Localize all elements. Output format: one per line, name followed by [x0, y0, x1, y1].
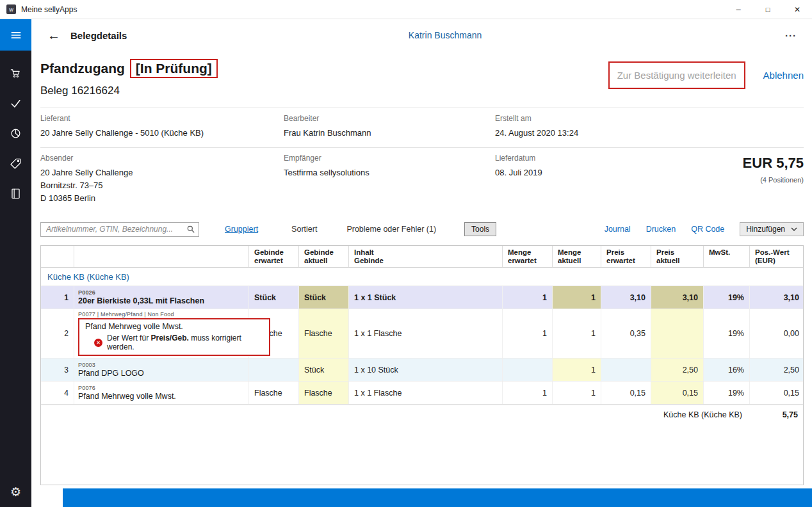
row-number: 4	[41, 382, 74, 404]
group-header[interactable]: Küche KB (Küche KB)	[41, 268, 803, 286]
back-button[interactable]: ←	[47, 29, 60, 42]
sidebar-item-reports[interactable]	[0, 118, 31, 149]
page-title: Belegdetails	[70, 30, 127, 41]
empfaenger-value: Testfirma sellysolutions	[284, 166, 495, 179]
bearbeiter-value: Frau Katrin Buschmann	[284, 127, 495, 140]
article-cell: P0076Pfand Mehrweg volle Mwst.	[74, 382, 249, 404]
magnifier-icon[interactable]	[186, 225, 195, 234]
lieferdatum-value: 08. Juli 2019	[495, 166, 663, 179]
article-name: Pfand Mehrweg volle Mwst.	[78, 392, 176, 401]
erstellt-label: Erstellt am	[495, 114, 663, 123]
column-header	[74, 246, 249, 267]
cell-menge-erwartet	[503, 358, 553, 381]
cell-mwst: 19%	[704, 382, 750, 404]
sidebar-item-cart[interactable]	[0, 58, 31, 88]
cell-preis-aktuell[interactable]: 3,10	[651, 286, 704, 309]
cell-preis-aktuell[interactable]: 2,50	[651, 358, 704, 381]
sidebar-item-settings[interactable]: ⚙	[0, 479, 31, 504]
erstellt-value: 24. August 2020 13:24	[495, 127, 663, 140]
article-cell: P0003Pfand DPG LOGO	[74, 358, 249, 381]
cell-menge-aktuell: 1	[553, 382, 601, 404]
row-number: 3	[41, 358, 74, 381]
error-annotation-box: Pfand Mehrweg volle Mwst.✕Der Wert für P…	[78, 318, 270, 356]
article-code: P0003	[78, 362, 95, 368]
table-row[interactable]: 3P0003Pfand DPG LOGOStück1 x 10 Stück12,…	[41, 358, 803, 382]
forward-button[interactable]: Zur Bestätigung weiterleiten	[608, 61, 745, 89]
cell-gebinde-erwartet: Stück	[249, 286, 299, 309]
qr-code-link[interactable]: QR Code	[691, 225, 724, 234]
menu-button[interactable]	[0, 19, 31, 51]
minimize-button[interactable]: –	[724, 0, 753, 19]
cell-preis-erwartet: 3,10	[601, 286, 651, 309]
search-input[interactable]	[40, 222, 199, 237]
column-header: Menge aktuell	[553, 246, 601, 267]
cell-menge-erwartet: 1	[503, 382, 553, 404]
cell-gebinde-aktuell[interactable]: Stück	[299, 286, 349, 309]
tools-button[interactable]: Tools	[464, 222, 496, 236]
cell-preis-aktuell[interactable]: 0,15	[651, 382, 704, 404]
cell-menge-aktuell[interactable]: 1	[553, 286, 601, 309]
cell-menge-aktuell[interactable]: 1	[553, 358, 601, 381]
cell-gebinde-erwartet: Flasche	[249, 382, 299, 404]
journal-icon	[10, 188, 22, 200]
filter-sortiert[interactable]: Sortiert	[291, 225, 317, 234]
hamburger-icon	[10, 29, 22, 42]
window-titlebar: w Meine sellyApps – □ ✕	[0, 0, 812, 19]
article-code: P0026	[78, 289, 95, 296]
cell-pos-wert: 2,50	[750, 358, 804, 381]
journal-link[interactable]: Journal	[605, 225, 631, 234]
main-panel: Pfandzugang [In Prüfung] Beleg 16216624 …	[31, 51, 812, 485]
sidebar-item-journal[interactable]	[0, 179, 31, 209]
cell-preis-erwartet	[601, 358, 651, 381]
status-badge: [In Prüfung]	[130, 59, 218, 78]
table-row[interactable]: 1P002620er Bierkiste 0,33L mit FlaschenS…	[41, 286, 803, 309]
total-amount: EUR 5,75	[663, 155, 804, 172]
table-row[interactable]: 4P0076Pfand Mehrweg volle Mwst.FlascheFl…	[41, 382, 803, 405]
page: { "colors": { "accent_blue": "#0f6cbd", …	[0, 0, 812, 507]
cell-menge-erwartet: 1	[503, 286, 553, 309]
cell-inhalt: 1 x 1 Flasche	[349, 382, 503, 404]
circle-x-icon: ✕	[94, 339, 102, 347]
app-header: ← Belegdetails Katrin Buschmann ···	[31, 19, 812, 51]
footer-group-total: 5,75	[749, 410, 803, 419]
sidebar-item-tasks[interactable]	[0, 88, 31, 118]
user-name[interactable]: Katrin Buschmann	[409, 30, 482, 40]
cell-gebinde-aktuell[interactable]: Flasche	[299, 309, 349, 358]
absender-line: 20 Jahre Selly Challenge	[40, 166, 284, 179]
absender-label: Absender	[40, 154, 284, 163]
cell-menge-aktuell: 1	[553, 309, 601, 358]
absender-line: D 10365 Berlin	[40, 192, 284, 205]
bottom-accent-bar	[63, 488, 812, 507]
filter-gruppiert[interactable]: Gruppiert	[225, 225, 258, 234]
cell-gebinde-aktuell[interactable]: Flasche	[299, 382, 349, 404]
drucken-link[interactable]: Drucken	[646, 225, 676, 234]
cell-preis-erwartet: 0,15	[601, 382, 651, 404]
info-row-2: Absender 20 Jahre Selly Challenge Bornit…	[40, 147, 804, 213]
lieferant-label: Lieferant	[40, 114, 284, 123]
table-footer-row: Küche KB (Küche KB) 5,75	[41, 405, 803, 424]
close-button[interactable]: ✕	[783, 0, 812, 19]
table-row[interactable]: 2P0077 | Mehrweg/Pfand | Non FoodPfand M…	[41, 309, 803, 358]
filter-probleme[interactable]: Probleme oder Fehler (1)	[346, 225, 436, 234]
sidebar-item-prices[interactable]	[0, 149, 31, 179]
table-body: 1P002620er Bierkiste 0,33L mit FlaschenS…	[41, 286, 803, 405]
column-header: MwSt.	[704, 246, 750, 267]
column-header: Inhalt Gebinde	[349, 246, 503, 267]
cell-preis-aktuell[interactable]	[651, 309, 704, 358]
column-header: Gebinde aktuell	[299, 246, 349, 267]
cell-gebinde-aktuell[interactable]: Stück	[299, 358, 349, 381]
error-message: ✕Der Wert für Preis/Geb. muss korrigiert…	[85, 334, 263, 351]
chevron-down-icon	[791, 227, 797, 232]
gear-icon: ⚙	[10, 486, 21, 498]
more-options-button[interactable]: ···	[785, 30, 797, 41]
article-code: P0077 | Mehrweg/Pfand | Non Food	[78, 311, 174, 318]
toolbar: Gruppiert Sortiert Probleme oder Fehler …	[40, 221, 804, 237]
article-name: Pfand Mehrweg volle Mwst.	[85, 322, 263, 331]
maximize-button[interactable]: □	[753, 0, 783, 19]
lieferant-value: 20 Jahre Selly Challenge - 5010 (Küche K…	[40, 127, 284, 140]
absender-line: Bornitzstr. 73–75	[40, 179, 284, 192]
cell-preis-erwartet: 0,35	[601, 309, 651, 358]
hinzufuegen-button[interactable]: Hinzufügen	[740, 222, 804, 236]
article-name: 20er Bierkiste 0,33L mit Flaschen	[78, 296, 204, 305]
reject-button[interactable]: Ablehnen	[763, 70, 804, 81]
